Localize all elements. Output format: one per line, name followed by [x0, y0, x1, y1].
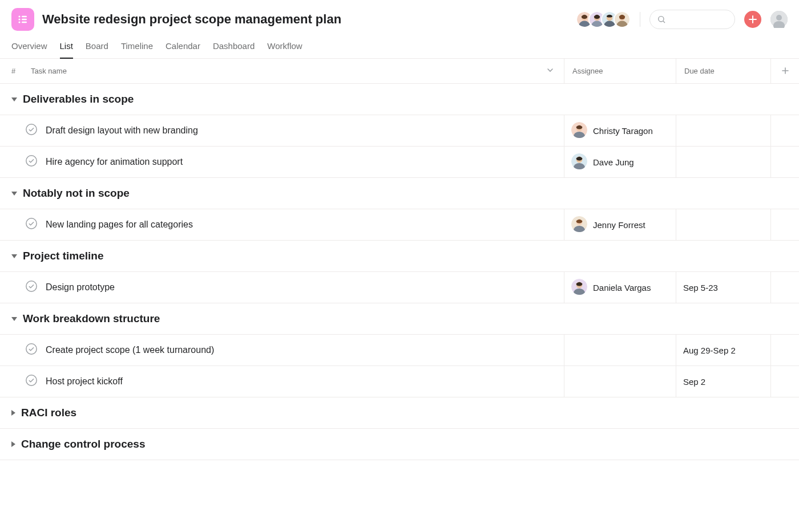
svg-point-18: [659, 17, 664, 22]
assignee-name: Jenny Forrest: [593, 220, 645, 230]
section-title: Notably not in scope: [23, 187, 130, 200]
svg-point-27: [26, 156, 37, 166]
view-tabs: OverviewListBoardTimelineCalendarDashboa…: [0, 31, 799, 59]
svg-line-19: [663, 21, 665, 23]
task-name[interactable]: Design prototype: [46, 282, 115, 293]
task-name[interactable]: Draft design layout with new branding: [46, 125, 198, 136]
chevron-down-icon[interactable]: [547, 67, 554, 75]
tab-dashboard[interactable]: Dashboard: [213, 41, 255, 58]
tab-overview[interactable]: Overview: [11, 41, 47, 58]
task-assignee[interactable]: Jenny Forrest: [564, 209, 676, 240]
caret-down-icon[interactable]: [11, 317, 17, 321]
svg-rect-3: [22, 19, 27, 20]
svg-point-39: [26, 344, 37, 354]
assignee-avatar: [571, 122, 587, 140]
tab-timeline[interactable]: Timeline: [121, 41, 153, 58]
caret-down-icon[interactable]: [11, 192, 17, 196]
svg-point-40: [26, 375, 37, 385]
tab-calendar[interactable]: Calendar: [166, 41, 200, 58]
column-header: # Task name Assignee Due date: [0, 59, 799, 84]
task-assignee[interactable]: Dave Jung: [564, 147, 676, 177]
section-title: Project timeline: [23, 250, 104, 262]
section-title: Deliverables in scope: [23, 93, 134, 105]
section-header[interactable]: Deliverables in scope: [0, 84, 799, 115]
svg-rect-1: [22, 16, 27, 17]
task-name[interactable]: Hire agency for animation support: [46, 157, 183, 167]
member-avatars[interactable]: [580, 11, 631, 28]
tab-list[interactable]: List: [60, 41, 73, 59]
task-extra: [770, 272, 799, 303]
tab-workflow[interactable]: Workflow: [267, 41, 302, 58]
section-header[interactable]: RACI roles: [0, 397, 799, 429]
svg-point-4: [18, 21, 20, 23]
caret-down-icon[interactable]: [11, 98, 17, 101]
task-assignee[interactable]: Christy Taragon: [564, 115, 676, 146]
task-due-date[interactable]: [676, 115, 770, 146]
task-row[interactable]: Create project scope (1 week turnaround)…: [0, 335, 799, 366]
task-extra: [770, 147, 799, 177]
caret-right-icon[interactable]: [11, 410, 15, 416]
svg-point-2: [18, 18, 20, 20]
svg-point-0: [18, 15, 20, 17]
task-row[interactable]: Design prototype Daniela Vargas Sep 5-23: [0, 272, 799, 303]
task-name[interactable]: Create project scope (1 week turnaround): [46, 345, 214, 355]
task-extra: [770, 115, 799, 146]
task-due-date[interactable]: [676, 209, 770, 240]
task-row[interactable]: Host project kickoff Sep 2: [0, 366, 799, 397]
project-icon[interactable]: [11, 8, 34, 31]
project-title[interactable]: Website redesign project scope managemen…: [42, 12, 341, 27]
task-due-date[interactable]: Sep 2: [676, 366, 770, 397]
svg-point-31: [26, 218, 37, 229]
divider: [640, 12, 640, 27]
column-due-date[interactable]: Due date: [676, 59, 770, 83]
column-task-name[interactable]: Task name: [25, 59, 564, 83]
assignee-name: Daniela Vargas: [593, 283, 651, 293]
task-name[interactable]: New landing pages for all categories: [46, 220, 193, 230]
section-header[interactable]: Notably not in scope: [0, 178, 799, 209]
task-row[interactable]: Hire agency for animation support Dave J…: [0, 147, 799, 178]
task-row[interactable]: Draft design layout with new branding Ch…: [0, 115, 799, 147]
assignee-avatar: [571, 216, 587, 234]
svg-point-35: [26, 281, 37, 291]
task-extra: [770, 335, 799, 366]
task-extra: [770, 209, 799, 240]
complete-checkbox[interactable]: [25, 123, 38, 138]
column-assignee[interactable]: Assignee: [564, 59, 676, 83]
complete-checkbox[interactable]: [25, 217, 38, 232]
task-assignee[interactable]: Daniela Vargas: [564, 272, 676, 303]
assignee-name: Christy Taragon: [593, 126, 653, 136]
complete-checkbox[interactable]: [25, 374, 38, 389]
section-title: Work breakdown structure: [23, 312, 160, 325]
svg-point-23: [26, 124, 37, 135]
complete-checkbox[interactable]: [25, 155, 38, 169]
complete-checkbox[interactable]: [25, 280, 38, 295]
task-due-date[interactable]: [676, 147, 770, 177]
section-header[interactable]: Work breakdown structure: [0, 303, 799, 335]
assignee-avatar: [571, 279, 587, 297]
search-input[interactable]: [649, 10, 735, 29]
caret-right-icon[interactable]: [11, 441, 15, 447]
svg-rect-5: [22, 22, 27, 23]
section-title: Change control process: [21, 438, 146, 450]
complete-checkbox[interactable]: [25, 343, 38, 358]
task-due-date[interactable]: Aug 29-Sep 2: [676, 335, 770, 366]
section-header[interactable]: Project timeline: [0, 241, 799, 272]
add-column-button[interactable]: [770, 59, 799, 83]
assignee-avatar: [571, 153, 587, 171]
task-due-date[interactable]: Sep 5-23: [676, 272, 770, 303]
task-assignee[interactable]: [564, 366, 676, 397]
svg-point-21: [776, 15, 782, 21]
section-title: RACI roles: [21, 407, 76, 419]
task-row[interactable]: New landing pages for all categories Jen…: [0, 209, 799, 241]
caret-down-icon[interactable]: [11, 254, 17, 258]
task-assignee[interactable]: [564, 335, 676, 366]
user-avatar[interactable]: [770, 11, 788, 28]
avatar: [614, 11, 631, 28]
assignee-name: Dave Jung: [593, 157, 634, 167]
tab-board[interactable]: Board: [86, 41, 108, 58]
add-button[interactable]: [744, 11, 761, 28]
task-name[interactable]: Host project kickoff: [46, 376, 123, 387]
task-extra: [770, 366, 799, 397]
column-num: #: [0, 59, 25, 83]
section-header[interactable]: Change control process: [0, 429, 799, 460]
